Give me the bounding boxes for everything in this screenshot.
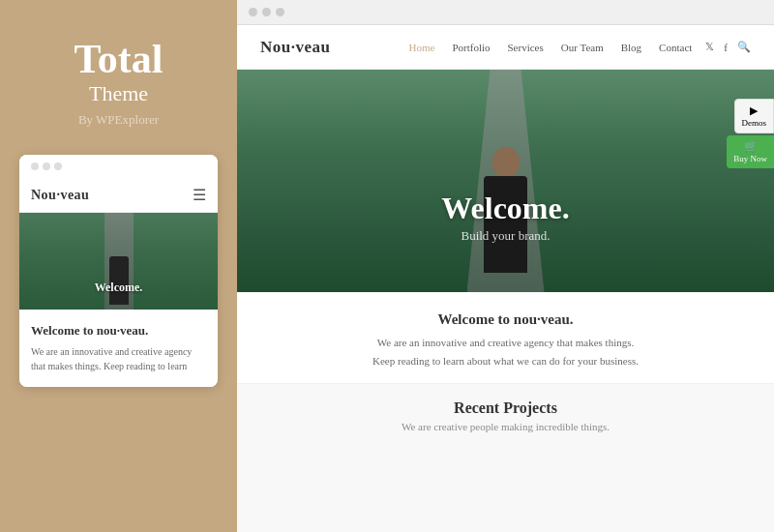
- nav-item-services[interactable]: Services: [508, 42, 544, 53]
- mobile-content: Welcome to nou·veau. We are an innovativ…: [19, 310, 218, 387]
- website-logo: Nou·veau: [260, 38, 330, 57]
- website-projects-section: Recent Projects We are creative people m…: [237, 384, 774, 532]
- projects-title: Recent Projects: [260, 399, 751, 417]
- website-nav-social: 𝕏 f 🔍: [705, 41, 751, 53]
- search-icon[interactable]: 🔍: [737, 41, 751, 53]
- nav-item-portfolio[interactable]: Portfolio: [452, 42, 490, 53]
- browser-dot-3: [276, 8, 284, 16]
- hero-figure-head: [492, 147, 520, 176]
- website-nav-items: Home Portfolio Services Our Team Blog Co…: [408, 42, 692, 53]
- mobile-nav: Nou·veau ☰: [19, 178, 218, 213]
- mobile-chrome-bar: [19, 155, 218, 178]
- browser-chrome: [237, 0, 774, 25]
- mobile-hero-text: Welcome.: [19, 281, 218, 295]
- app-author: By WPExplorer: [78, 112, 159, 128]
- mobile-dot-3: [54, 163, 62, 170]
- hero-text-block: Welcome. Build your brand.: [441, 191, 569, 244]
- mobile-hero-background: Welcome.: [19, 213, 218, 310]
- twitter-icon[interactable]: 𝕏: [705, 41, 714, 53]
- nav-item-home[interactable]: Home: [408, 42, 434, 53]
- buy-now-button[interactable]: 🛒 Buy Now: [727, 135, 774, 168]
- content-line-2: Keep reading to learn about what we can …: [260, 352, 751, 370]
- sidebar: Total Theme By WPExplorer Nou·veau ☰ Wel…: [0, 0, 237, 532]
- browser-dot-2: [262, 8, 271, 16]
- mobile-dot-1: [31, 163, 39, 170]
- mobile-dot-2: [43, 163, 50, 170]
- demo-label: Demos: [742, 118, 767, 128]
- buy-label: Buy Now: [733, 154, 767, 163]
- website-hero: Welcome. Build your brand. ▶ Demos 🛒 Buy…: [237, 70, 774, 292]
- website-content-section: Welcome to nou·veau. We are an innovativ…: [237, 292, 774, 384]
- hero-background: Welcome. Build your brand.: [237, 70, 774, 292]
- nav-item-our-team[interactable]: Our Team: [561, 42, 604, 53]
- demo-icon: ▶: [742, 104, 767, 117]
- facebook-icon[interactable]: f: [724, 42, 728, 53]
- nav-item-contact[interactable]: Contact: [659, 42, 692, 53]
- hamburger-icon[interactable]: ☰: [193, 186, 206, 204]
- website-nav: Nou·veau Home Portfolio Services Our Tea…: [237, 25, 774, 70]
- mobile-content-text: We are an innovative and creative agency…: [31, 344, 206, 373]
- demos-button[interactable]: ▶ Demos: [734, 99, 775, 133]
- app-subtitle: Theme: [89, 81, 148, 106]
- mobile-content-title: Welcome to nou·veau.: [31, 323, 206, 339]
- browser-dot-1: [249, 8, 257, 16]
- hero-title: Welcome.: [441, 191, 569, 226]
- buy-icon: 🛒: [733, 140, 767, 153]
- mobile-preview-card: Nou·veau ☰ Welcome. Welcome to nou·veau.…: [19, 155, 218, 387]
- website-preview: Nou·veau Home Portfolio Services Our Tea…: [237, 25, 774, 532]
- main-area: Nou·veau Home Portfolio Services Our Tea…: [237, 0, 774, 532]
- app-title: Total: [74, 39, 164, 79]
- mobile-hero: Welcome.: [19, 213, 218, 310]
- nav-item-blog[interactable]: Blog: [621, 42, 641, 53]
- projects-subtitle: We are creative people making incredible…: [260, 421, 751, 432]
- content-title: Welcome to nou·veau.: [260, 311, 751, 328]
- hero-subtitle: Build your brand.: [441, 228, 569, 244]
- content-line-1: We are an innovative and creative agency…: [260, 334, 751, 352]
- mobile-nav-logo: Nou·veau: [31, 188, 89, 203]
